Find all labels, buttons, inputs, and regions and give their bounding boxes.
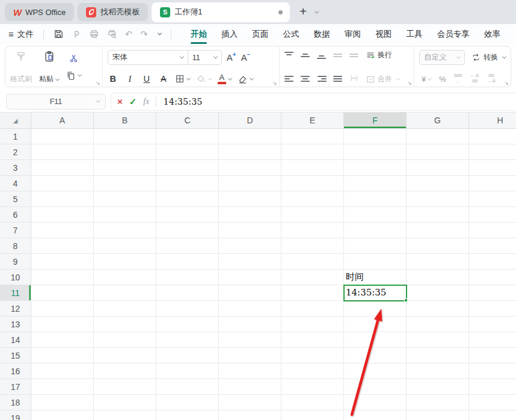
cell-G6[interactable] bbox=[407, 207, 469, 223]
new-tab-button[interactable]: + bbox=[293, 5, 309, 19]
cell-D18[interactable] bbox=[219, 395, 281, 410]
cell-F11[interactable]: 14:35:35 bbox=[344, 285, 407, 301]
align-left-icon[interactable] bbox=[284, 76, 294, 83]
cell-C11[interactable] bbox=[156, 285, 219, 301]
ribbon-tab-review[interactable]: 审阅 bbox=[345, 24, 361, 44]
cell-F19[interactable] bbox=[344, 410, 407, 420]
cell-F18[interactable] bbox=[344, 395, 407, 410]
ribbon-tab-tools[interactable]: 工具 bbox=[406, 24, 422, 44]
cell-D4[interactable] bbox=[219, 176, 281, 191]
select-all-button[interactable]: ◢ bbox=[0, 113, 31, 129]
cell-B11[interactable] bbox=[94, 285, 156, 301]
cell-E6[interactable] bbox=[281, 207, 344, 223]
copy-button[interactable] bbox=[66, 71, 81, 81]
ribbon-tab-efficiency[interactable]: 效率 bbox=[484, 24, 500, 44]
cell-B13[interactable] bbox=[94, 317, 156, 332]
italic-button[interactable]: I bbox=[124, 74, 135, 84]
cell-D16[interactable] bbox=[219, 363, 281, 379]
cell-B5[interactable] bbox=[94, 191, 156, 207]
cell-A9[interactable] bbox=[31, 254, 94, 270]
cell-F16[interactable] bbox=[344, 363, 407, 379]
cell-F7[interactable] bbox=[344, 223, 407, 238]
cell-G17[interactable] bbox=[407, 379, 469, 395]
cell-C10[interactable] bbox=[156, 270, 219, 285]
tab-workbook1[interactable]: S 工作簿1 bbox=[152, 2, 290, 22]
cell-B8[interactable] bbox=[94, 238, 156, 254]
cell-A17[interactable] bbox=[31, 379, 94, 395]
cell-C8[interactable] bbox=[156, 238, 219, 254]
cell-A1[interactable] bbox=[31, 129, 94, 144]
fill-color-button[interactable] bbox=[196, 74, 212, 84]
cell-G18[interactable] bbox=[407, 395, 469, 410]
decrease-font-button[interactable]: A− bbox=[241, 52, 251, 63]
cell-G16[interactable] bbox=[407, 363, 469, 379]
cell-F4[interactable] bbox=[344, 176, 407, 191]
cell-E1[interactable] bbox=[281, 129, 344, 144]
cell-C15[interactable] bbox=[156, 348, 219, 363]
cell-H12[interactable] bbox=[469, 301, 516, 317]
column-header-D[interactable]: D bbox=[219, 113, 281, 129]
cell-E16[interactable] bbox=[281, 363, 344, 379]
cell-A3[interactable] bbox=[31, 160, 94, 176]
clear-button[interactable] bbox=[238, 74, 253, 84]
redo-icon[interactable]: ↷ bbox=[140, 29, 148, 39]
row-header-4[interactable]: 4 bbox=[0, 176, 31, 191]
row-header-2[interactable]: 2 bbox=[0, 144, 31, 160]
dialog-launcher-icon[interactable]: ↘ bbox=[272, 81, 277, 86]
row-header-9[interactable]: 9 bbox=[0, 254, 31, 270]
ribbon-tab-data[interactable]: 数据 bbox=[314, 24, 330, 44]
cell-D13[interactable] bbox=[219, 317, 281, 332]
cell-H16[interactable] bbox=[469, 363, 516, 379]
cell-F5[interactable] bbox=[344, 191, 407, 207]
ribbon-tab-formulas[interactable]: 公式 bbox=[283, 24, 299, 44]
cell-G4[interactable] bbox=[407, 176, 469, 191]
comma-format-button[interactable]: 000, bbox=[454, 73, 462, 84]
insert-function-icon[interactable]: fx bbox=[143, 97, 149, 107]
column-header-H[interactable]: H bbox=[469, 113, 516, 129]
cell-H18[interactable] bbox=[469, 395, 516, 410]
cell-F15[interactable] bbox=[344, 348, 407, 363]
cell-E15[interactable] bbox=[281, 348, 344, 363]
cell-D5[interactable] bbox=[219, 191, 281, 207]
fill-handle[interactable] bbox=[404, 298, 408, 302]
cell-E8[interactable] bbox=[281, 238, 344, 254]
cell-A8[interactable] bbox=[31, 238, 94, 254]
currency-format-button[interactable]: ¥ bbox=[422, 75, 431, 84]
cell-A2[interactable] bbox=[31, 144, 94, 160]
cell-F6[interactable] bbox=[344, 207, 407, 223]
cell-D2[interactable] bbox=[219, 144, 281, 160]
cell-A12[interactable] bbox=[31, 301, 94, 317]
merge-cells-button[interactable]: 合并 bbox=[366, 74, 400, 84]
cell-C12[interactable] bbox=[156, 301, 219, 317]
dialog-launcher-icon[interactable]: ↘ bbox=[96, 81, 100, 86]
cell-H13[interactable] bbox=[469, 317, 516, 332]
cell-B3[interactable] bbox=[94, 160, 156, 176]
bold-button[interactable]: B bbox=[108, 74, 118, 84]
tab-docer-templates[interactable]: 找稻壳模板 bbox=[78, 3, 148, 21]
increase-indent-icon[interactable] bbox=[349, 52, 359, 59]
cell-C3[interactable] bbox=[156, 160, 219, 176]
align-right-icon[interactable] bbox=[317, 76, 327, 83]
cell-H15[interactable] bbox=[469, 348, 516, 363]
cell-H2[interactable] bbox=[469, 144, 516, 160]
cell-C6[interactable] bbox=[156, 207, 219, 223]
undo-icon[interactable]: ↶ bbox=[125, 29, 133, 39]
cell-A4[interactable] bbox=[31, 176, 94, 191]
cell-A6[interactable] bbox=[31, 207, 94, 223]
cell-F1[interactable] bbox=[344, 129, 407, 144]
row-header-16[interactable]: 16 bbox=[0, 363, 31, 379]
cell-D6[interactable] bbox=[219, 207, 281, 223]
export-pdf-icon[interactable] bbox=[72, 29, 81, 39]
cell-B9[interactable] bbox=[94, 254, 156, 270]
cell-C7[interactable] bbox=[156, 223, 219, 238]
cell-B14[interactable] bbox=[94, 332, 156, 348]
cell-A18[interactable] bbox=[31, 395, 94, 410]
cell-G15[interactable] bbox=[407, 348, 469, 363]
cell-H10[interactable] bbox=[469, 270, 516, 285]
ribbon-tab-member[interactable]: 会员专享 bbox=[437, 24, 470, 44]
font-color-button[interactable]: A bbox=[218, 73, 232, 84]
dialog-launcher-icon[interactable]: ↘ bbox=[407, 81, 412, 86]
number-format-select[interactable]: 自定义 bbox=[419, 50, 465, 65]
cell-C19[interactable] bbox=[156, 410, 219, 420]
cell-C17[interactable] bbox=[156, 379, 219, 395]
